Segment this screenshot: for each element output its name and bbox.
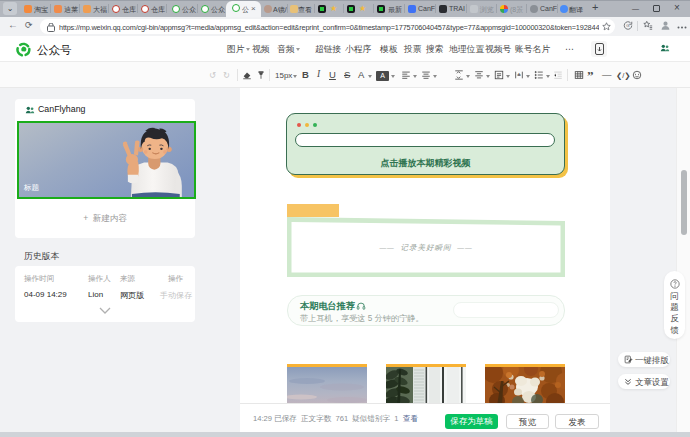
svg-text:G: G bbox=[626, 23, 629, 28]
